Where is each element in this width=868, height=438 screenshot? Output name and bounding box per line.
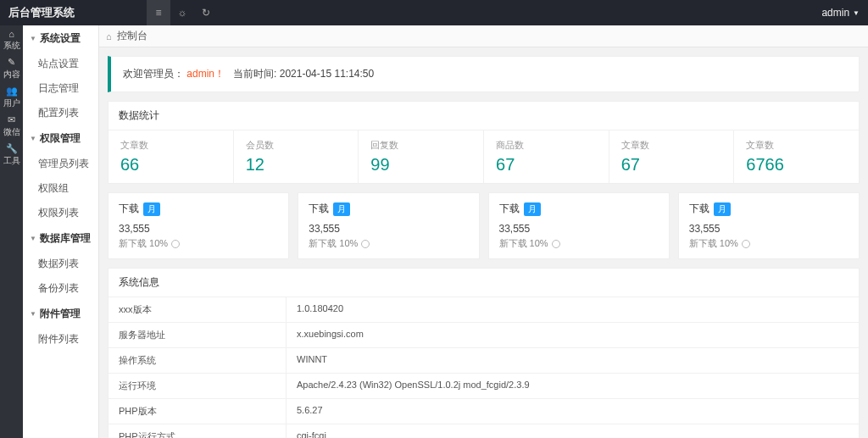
sun-icon[interactable]: ☼	[170, 0, 194, 25]
download-sub: 新下载 10%	[499, 237, 659, 250]
sidebar: ▼系统设置站点设置日志管理配置列表▼权限管理管理员列表权限组权限列表▼数据库管理…	[23, 25, 99, 438]
download-title: 下载	[689, 202, 709, 216]
download-number: 33,555	[499, 223, 659, 235]
sysinfo-key: 运行环境	[108, 374, 287, 398]
stat-value: 99	[370, 155, 471, 175]
chevron-down-icon: ▼	[30, 235, 36, 242]
download-badge: 月	[333, 202, 350, 216]
sidebar-item-1-0[interactable]: 管理员列表	[23, 152, 98, 176]
home-icon: ⌂	[106, 31, 112, 42]
stat-value: 67	[496, 155, 597, 175]
download-badge: 月	[714, 202, 731, 216]
sysinfo-row-0: xxx版本1.0.180420	[108, 297, 859, 322]
leftnav-item-3[interactable]: ✉微信	[0, 112, 23, 141]
leftnav-label: 内容	[3, 69, 20, 80]
download-title: 下载	[309, 202, 329, 216]
stats-title: 数据统计	[108, 102, 859, 130]
download-badge: 月	[143, 202, 160, 216]
sysinfo-value: x.xuebingsi.com	[287, 323, 859, 347]
chevron-down-icon: ▼	[30, 135, 36, 142]
sidebar-item-0-0[interactable]: 站点设置	[23, 52, 98, 76]
tab-label[interactable]: 控制台	[117, 29, 147, 43]
stat-label: 文章数	[120, 139, 221, 152]
download-sub: 新下载 10%	[689, 237, 849, 250]
leftnav-icon: 🔧	[6, 143, 18, 154]
leftnav-label: 微信	[3, 126, 20, 138]
download-title: 下载	[499, 202, 520, 216]
sidebar-item-3-0[interactable]: 附件列表	[23, 327, 98, 352]
stat-label: 文章数	[746, 139, 847, 152]
leftnav-label: 工具	[3, 155, 20, 167]
sidebar-item-2-1[interactable]: 备份列表	[23, 276, 98, 301]
leftnav-icon: ✉	[8, 114, 15, 125]
sysinfo-value: WINNT	[287, 348, 859, 373]
leftnav-item-0[interactable]: ⌂系统	[0, 25, 23, 54]
stat-label: 文章数	[621, 139, 722, 152]
download-card-1: 下载月33,555新下载 10%	[298, 192, 479, 259]
stat-card-1: 会员数12	[234, 130, 359, 183]
user-name: admin	[821, 7, 849, 19]
stat-card-0: 文章数66	[108, 130, 234, 183]
sidebar-group-label: 权限管理	[40, 131, 81, 146]
sysinfo-key: 服务器地址	[108, 323, 287, 347]
sysinfo-key: 操作系统	[108, 348, 287, 373]
welcome-prefix: 欢迎管理员：	[123, 68, 184, 80]
sidebar-group-1[interactable]: ▼权限管理	[23, 125, 98, 152]
stat-value: 12	[246, 155, 347, 175]
smile-icon	[361, 240, 370, 248]
sidebar-group-label: 数据库管理	[40, 231, 91, 246]
sidebar-item-0-2[interactable]: 配置列表	[23, 101, 98, 125]
chevron-down-icon: ▼	[30, 310, 36, 318]
stat-label: 会员数	[246, 139, 347, 152]
stat-card-3: 商品数67	[484, 130, 609, 183]
sidebar-group-0[interactable]: ▼系统设置	[23, 25, 98, 52]
sysinfo-value: 5.6.27	[287, 399, 859, 424]
refresh-icon[interactable]: ↻	[194, 0, 218, 25]
stat-value: 67	[621, 155, 722, 175]
tabbar: ⌂ 控制台	[99, 25, 868, 47]
left-nav: ⌂系统✎内容👥用户✉微信🔧工具	[0, 25, 23, 438]
sysinfo-row-4: PHP版本5.6.27	[108, 398, 859, 424]
sidebar-item-1-1[interactable]: 权限组	[23, 176, 98, 201]
sidebar-group-label: 附件管理	[40, 307, 81, 321]
sysinfo-title: 系统信息	[108, 269, 859, 297]
brand: 后台管理系统	[8, 5, 134, 20]
stat-card-5: 文章数6766	[734, 130, 859, 183]
leftnav-label: 用户	[3, 97, 20, 109]
download-sub: 新下载 10%	[309, 237, 468, 250]
welcome-time: 2021-04-15 11:14:50	[280, 68, 374, 80]
user-menu[interactable]: admin ▼	[821, 7, 860, 19]
download-badge: 月	[524, 202, 541, 216]
welcome-user: admin！	[186, 68, 225, 80]
sysinfo-row-2: 操作系统WINNT	[108, 347, 859, 373]
sidebar-item-0-1[interactable]: 日志管理	[23, 76, 98, 101]
sidebar-group-label: 系统设置	[40, 31, 81, 46]
sysinfo-value: 1.0.180420	[287, 297, 859, 322]
sidebar-group-2[interactable]: ▼数据库管理	[23, 225, 98, 252]
sysinfo-key: PHP版本	[108, 399, 287, 424]
download-number: 33,555	[689, 223, 849, 235]
menu-toggle-icon[interactable]: ≡	[147, 0, 170, 25]
leftnav-icon: ⌂	[8, 29, 14, 39]
sysinfo-row-1: 服务器地址x.xuebingsi.com	[108, 322, 859, 347]
leftnav-item-1[interactable]: ✎内容	[0, 54, 23, 83]
leftnav-label: 系统	[3, 40, 20, 52]
sidebar-item-2-0[interactable]: 数据列表	[23, 252, 98, 276]
stats-panel: 数据统计 文章数66会员数12回复数99商品数67文章数67文章数6766	[108, 101, 860, 184]
sidebar-group-3[interactable]: ▼附件管理	[23, 301, 98, 327]
leftnav-item-4[interactable]: 🔧工具	[0, 141, 23, 169]
stat-label: 商品数	[496, 139, 597, 152]
sysinfo-row-3: 运行环境Apache/2.4.23 (Win32) OpenSSL/1.0.2j…	[108, 373, 859, 398]
chevron-down-icon: ▼	[30, 35, 36, 42]
download-sub: 新下载 10%	[119, 237, 278, 250]
sysinfo-value: cgi-fcgi	[287, 424, 859, 438]
sidebar-item-1-2[interactable]: 权限列表	[23, 201, 98, 225]
download-card-3: 下载月33,555新下载 10%	[678, 192, 860, 259]
smile-icon	[552, 240, 560, 248]
sysinfo-value: Apache/2.4.23 (Win32) OpenSSL/1.0.2j mod…	[287, 374, 859, 398]
stat-card-2: 回复数99	[359, 130, 484, 183]
stat-value: 66	[120, 155, 221, 175]
smile-icon	[171, 240, 180, 248]
download-number: 33,555	[309, 223, 468, 235]
leftnav-item-2[interactable]: 👥用户	[0, 83, 23, 112]
